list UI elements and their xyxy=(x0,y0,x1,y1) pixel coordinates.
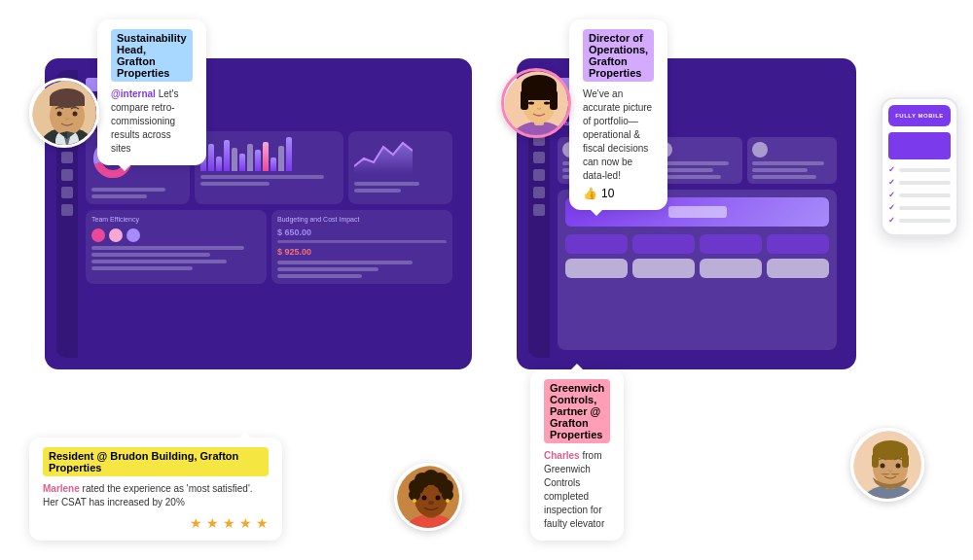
team-dots xyxy=(91,228,261,242)
right-sidebar-icon-7 xyxy=(533,204,545,216)
line-text-lines xyxy=(354,182,447,192)
svg-point-9 xyxy=(73,112,78,117)
team-tl-1 xyxy=(91,246,244,250)
icon-cell-1 xyxy=(565,234,628,254)
team-tl-2 xyxy=(91,253,210,257)
bar-2 xyxy=(208,144,214,171)
budget-tl-1 xyxy=(277,261,413,264)
emoji-count: 👍 10 xyxy=(583,187,654,200)
sidebar-icon-5 xyxy=(61,169,73,181)
team-dot-2 xyxy=(109,228,123,242)
charles-avatar xyxy=(850,428,924,502)
mobile-check-3: ✓ xyxy=(888,191,895,199)
top-right-bubble-text: We've an accurate picture of portfolio— … xyxy=(583,88,654,183)
budget-tl-2 xyxy=(277,267,378,271)
mobile-line-4 xyxy=(899,206,951,210)
bar-5 xyxy=(232,148,237,171)
portal-avatar-3 xyxy=(752,142,768,158)
svg-point-31 xyxy=(446,499,450,503)
team-tl-3 xyxy=(91,260,227,263)
bar-12 xyxy=(286,137,292,171)
donut-text-lines xyxy=(91,188,184,198)
icon-cell-8 xyxy=(767,259,829,278)
svg-rect-7 xyxy=(50,98,85,106)
right-sidebar-icon-4 xyxy=(533,152,545,163)
svg-rect-38 xyxy=(521,90,528,110)
svg-point-29 xyxy=(428,501,434,505)
bar-9 xyxy=(263,142,269,171)
left-panel: Sustainability Head, Grafton Properties … xyxy=(29,19,472,541)
svg-point-27 xyxy=(422,496,427,501)
icon-cell-2 xyxy=(632,234,695,254)
budget-tl-3 xyxy=(277,274,362,278)
team-text-lines xyxy=(91,246,261,270)
mobile-item-4: ✓ xyxy=(888,203,951,212)
top-left-bubble: Sustainability Head, Grafton Properties … xyxy=(97,19,206,165)
mobile-header: FULLY MOBILE xyxy=(888,105,951,126)
svg-rect-48 xyxy=(872,454,879,468)
budget-widget: Budgeting and Cost Impact $ 650.00 $ 925… xyxy=(271,210,452,284)
budget-amount-2: $ 925.00 xyxy=(277,247,447,257)
right-mobile-wrapper: FULLY MOBILE ✓ ✓ ✓ ✓ xyxy=(858,58,944,253)
mobile-item-5: ✓ xyxy=(888,216,951,225)
mobile-hero xyxy=(888,132,951,159)
bottom-left-bubble-text: Marlene rated the experience as 'most sa… xyxy=(43,482,269,509)
mobile-check-1: ✓ xyxy=(888,165,895,174)
mobile-line-5 xyxy=(899,219,951,223)
mobile-label: FULLY MOBILE xyxy=(895,113,944,119)
svg-point-30 xyxy=(413,499,416,503)
left-top-avatar-wrapper xyxy=(29,78,99,148)
charles-highlight: Charles xyxy=(544,450,580,461)
bar-chart xyxy=(200,137,339,171)
bar-3 xyxy=(216,157,222,171)
sidebar-icon-7 xyxy=(61,204,73,216)
icon-cell-5 xyxy=(565,259,628,278)
mobile-check-2: ✓ xyxy=(888,178,895,187)
text-line-l2 xyxy=(354,189,400,192)
mobile-item-3: ✓ xyxy=(888,191,951,199)
text-line-b1 xyxy=(200,175,325,179)
top-left-bubble-title: Sustainability Head, Grafton Properties xyxy=(111,29,193,82)
bottom-left-bubble: Resident @ Brudon Building, Grafton Prop… xyxy=(29,438,282,541)
right-panel: Director of Operations, Grafton Properti… xyxy=(501,19,944,541)
portal-lines-3 xyxy=(752,161,832,179)
text-line-2 xyxy=(91,194,147,198)
resident-avatar xyxy=(394,463,462,531)
mobile-line-2 xyxy=(899,181,951,185)
mobile-check-5: ✓ xyxy=(888,216,895,225)
bar-text-lines xyxy=(200,175,339,186)
portal-lines-2 xyxy=(657,161,737,179)
bar-chart-widget xyxy=(195,131,344,204)
icon-cell-6 xyxy=(632,259,695,278)
bar-4 xyxy=(224,140,230,171)
team-dot-3 xyxy=(126,228,140,242)
icon-grid xyxy=(565,234,829,278)
bar-11 xyxy=(278,146,284,171)
svg-point-40 xyxy=(528,102,534,105)
mobile-check-4: ✓ xyxy=(888,203,895,212)
team-sub-title: Team Efficiency xyxy=(91,216,261,223)
mobile-item-1: ✓ xyxy=(888,165,951,174)
bar-10 xyxy=(270,158,276,171)
sidebar-icon-4 xyxy=(61,152,73,163)
sustainability-head-avatar xyxy=(29,78,99,148)
top-right-bubble: Director of Operations, Grafton Properti… xyxy=(569,19,667,210)
director-ops-avatar xyxy=(501,68,571,138)
bottom-right-body: from Greenwich Controls completed inspec… xyxy=(544,450,604,529)
budget-sub-title: Budgeting and Cost Impact xyxy=(277,216,447,223)
mobile-item-2: ✓ xyxy=(888,178,951,187)
budget-divider xyxy=(277,240,447,243)
left-bottom-avatar-wrapper xyxy=(394,463,462,531)
bottom-right-bubble-text: Charles from Greenwich Controls complete… xyxy=(544,449,610,531)
svg-point-41 xyxy=(544,102,550,105)
bottom-row: Team Efficiency xyxy=(86,210,452,284)
svg-point-51 xyxy=(896,464,901,469)
team-efficiency-widget: Team Efficiency xyxy=(86,210,267,284)
stars-rating: ★ ★ ★ ★ ★ xyxy=(43,515,269,531)
mobile-line-3 xyxy=(899,193,951,197)
thumbs-up-emoji: 👍 xyxy=(583,187,597,200)
line-chart-svg xyxy=(354,137,413,174)
bottom-left-highlight: Marlene xyxy=(43,483,80,494)
icon-cell-4 xyxy=(767,234,829,254)
line-chart-widget xyxy=(348,131,452,204)
